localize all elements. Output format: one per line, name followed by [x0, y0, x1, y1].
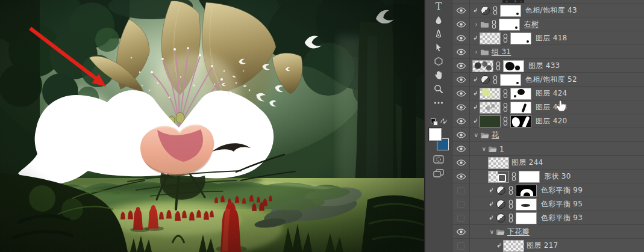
layer-name[interactable]: 色彩平衡 99	[541, 185, 583, 195]
layer-name[interactable]: 形状 30	[544, 171, 571, 182]
layer-row[interactable]: ›右树	[452, 17, 644, 31]
visibility-empty-box[interactable]	[457, 187, 464, 194]
visibility-toggle[interactable]	[452, 142, 470, 156]
expand-chevron-icon[interactable]: ›	[472, 49, 480, 55]
visibility-toggle[interactable]	[452, 225, 470, 239]
mask-thumbnail[interactable]	[510, 115, 531, 128]
expand-chevron-icon[interactable]: ›	[472, 22, 480, 28]
visibility-toggle[interactable]	[452, 17, 470, 31]
visibility-toggle[interactable]	[452, 114, 470, 128]
layer-row[interactable]: 图层 423	[452, 100, 644, 114]
layer-name[interactable]: 图层 424	[536, 88, 567, 99]
adjustment-layer-icon[interactable]	[496, 186, 505, 195]
layer-row[interactable]: 图层 244	[452, 156, 644, 170]
layer-row[interactable]: ∨1	[452, 142, 644, 156]
mask-thumbnail[interactable]	[510, 32, 531, 45]
visibility-toggle[interactable]	[452, 183, 470, 197]
layer-thumbnail[interactable]	[480, 102, 501, 114]
mask-thumbnail[interactable]	[500, 5, 521, 17]
edit-toolbar-button[interactable]	[431, 98, 446, 108]
layer-row[interactable]: ∨下花瓣	[452, 225, 644, 239]
mask-thumbnail[interactable]	[499, 19, 520, 31]
mask-thumbnail[interactable]	[500, 74, 521, 86]
hand-tool-button[interactable]	[431, 70, 446, 80]
document-canvas[interactable]	[0, 0, 424, 252]
layer-name[interactable]: 花	[492, 130, 499, 140]
mask-thumbnail[interactable]	[516, 198, 537, 211]
visibility-toggle[interactable]	[452, 156, 470, 170]
visibility-empty-box[interactable]	[457, 215, 464, 222]
visibility-empty-box[interactable]	[457, 201, 464, 208]
layer-name[interactable]: 色相/饱和度 52	[525, 75, 577, 85]
layer-row[interactable]: ∨花	[452, 128, 644, 142]
adjustment-layer-icon[interactable]	[496, 200, 505, 209]
layer-thumbnail[interactable]	[480, 32, 501, 45]
layer-thumbnail[interactable]	[472, 60, 493, 72]
visibility-toggle[interactable]	[452, 197, 470, 211]
layer-row[interactable]: 图层 418	[452, 31, 644, 45]
visibility-toggle[interactable]	[452, 4, 470, 17]
layer-name[interactable]: 图层 217	[527, 241, 558, 251]
visibility-toggle[interactable]	[452, 87, 470, 100]
layer-thumbnail[interactable]	[480, 115, 501, 128]
layer-row[interactable]: 图层 420	[452, 114, 644, 128]
collapse-chevron-icon[interactable]: ∨	[472, 132, 480, 138]
layer-name[interactable]: 图层 433	[528, 61, 560, 71]
visibility-toggle[interactable]	[452, 128, 470, 142]
mask-thumbnail[interactable]	[503, 60, 524, 72]
layer-row[interactable]: 色相/饱和度 52	[452, 73, 644, 87]
collapse-chevron-icon[interactable]: ∨	[488, 229, 496, 235]
layer-row[interactable]: 图层 433	[452, 59, 644, 73]
layer-name[interactable]: 右树	[524, 19, 539, 29]
layer-name[interactable]: 图层 420	[536, 116, 567, 126]
visibility-toggle[interactable]	[452, 211, 470, 225]
layer-row[interactable]: 色彩平衡 99	[452, 183, 644, 197]
layer-name[interactable]: 色相/饱和度 43	[525, 5, 577, 16]
mask-thumbnail[interactable]	[516, 185, 537, 197]
visibility-toggle[interactable]	[452, 45, 470, 59]
mask-thumbnail[interactable]	[510, 88, 531, 100]
layer-row[interactable]: 图层 424	[452, 87, 644, 100]
collapse-chevron-icon[interactable]: ∨	[480, 146, 488, 152]
canvas-image[interactable]	[0, 0, 424, 252]
default-swap-colors[interactable]	[430, 117, 448, 126]
layer-row-partial[interactable]	[452, 0, 644, 4]
path-selection-tool-button[interactable]	[431, 43, 446, 52]
layer-name[interactable]: 色彩平衡 95	[541, 199, 583, 209]
layer-thumbnail[interactable]	[488, 171, 509, 183]
layer-name[interactable]: 图层 418	[536, 33, 567, 43]
visibility-toggle[interactable]	[452, 73, 470, 87]
screen-mode-button[interactable]	[431, 168, 446, 178]
layer-name[interactable]: 色彩平衡 93	[541, 213, 583, 223]
shape-tool-button[interactable]	[431, 57, 446, 66]
type-tool-button[interactable]: T	[431, 1, 446, 11]
layer-thumbnail[interactable]	[480, 88, 501, 100]
layer-name[interactable]: 1	[499, 145, 504, 153]
layer-thumbnail[interactable]	[502, 0, 524, 3]
layer-name[interactable]: 图层 244	[511, 158, 543, 168]
visibility-empty-box[interactable]	[457, 242, 464, 250]
layer-name[interactable]: 下花瓣	[507, 227, 530, 237]
layer-name[interactable]: 组 31	[492, 47, 511, 57]
layer-row[interactable]: 色彩平衡 95	[452, 197, 644, 211]
layer-row[interactable]: 图层 217	[452, 239, 644, 252]
layer-thumbnail[interactable]	[488, 157, 509, 169]
adjustment-layer-icon[interactable]	[481, 75, 490, 84]
pen-tool-button[interactable]	[431, 29, 446, 38]
layer-row[interactable]: 色相/饱和度 43	[452, 4, 644, 17]
blur-tool-button[interactable]	[431, 15, 446, 25]
mask-thumbnail[interactable]	[516, 212, 537, 224]
mask-thumbnail[interactable]	[519, 171, 540, 183]
layer-thumbnail[interactable]	[503, 240, 524, 252]
zoom-tool-button[interactable]	[431, 84, 446, 94]
quick-mask-button[interactable]	[431, 155, 446, 164]
layer-name[interactable]: 图层 423	[536, 102, 567, 112]
visibility-toggle[interactable]	[452, 31, 470, 45]
adjustment-layer-icon[interactable]	[496, 214, 505, 223]
layer-row[interactable]: 色彩平衡 93	[452, 211, 644, 225]
visibility-toggle[interactable]	[452, 239, 470, 252]
visibility-toggle[interactable]	[452, 100, 470, 114]
layer-row[interactable]: ›组 31	[452, 45, 644, 59]
visibility-toggle[interactable]	[452, 170, 470, 183]
foreground-color-swatch[interactable]	[428, 128, 442, 141]
